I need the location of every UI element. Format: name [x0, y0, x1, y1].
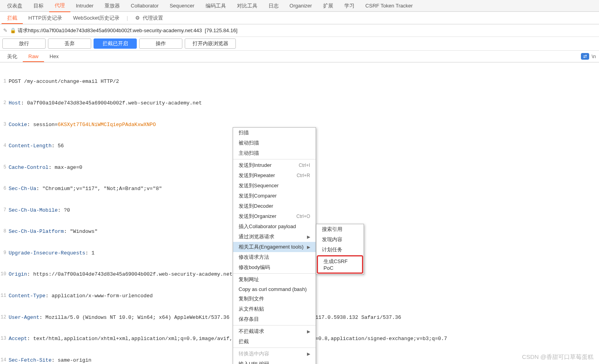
request-url-bar: ✎ 🔒 请求https://0a7f00a104de743d83e45a6900… [0, 24, 599, 37]
separator: | [125, 15, 129, 21]
menu-item[interactable]: 被动扫描 [233, 138, 316, 148]
shortcut-label: Ctrl+O [296, 214, 310, 219]
engagement-tools-submenu[interactable]: 搜索引用发现内容计划任务生成CSRF PoC [316, 224, 364, 274]
editor-toolbar-right: ⇄ \n [581, 53, 596, 60]
menu-item[interactable]: 修改请求方法 [233, 252, 316, 262]
top-tab-对比工具[interactable]: 对比工具 [232, 0, 263, 12]
menu-item-label: 修改请求方法 [239, 254, 269, 261]
menu-item[interactable]: 不拦截请求▶ [233, 326, 316, 337]
toggle-icon[interactable]: ⇄ [581, 53, 589, 60]
menu-item-label: 发送到Organizer [239, 213, 276, 220]
shortcut-label: Ctrl+R [297, 173, 310, 178]
pencil-icon[interactable]: ✎ [3, 27, 7, 33]
menu-item-label: Copy as curl command (bash) [239, 286, 307, 292]
submenu-arrow-icon: ▶ [307, 329, 310, 334]
submenu-item-0[interactable]: 搜索引用 [316, 224, 364, 234]
menu-item[interactable]: 发送到RepeaterCtrl+R [233, 170, 316, 181]
menu-separator [233, 159, 316, 159]
menu-item-label: 保存条目 [239, 316, 259, 323]
view-tab-美化[interactable]: 美化 [2, 51, 23, 61]
top-tab-代理[interactable]: 代理 [49, 0, 70, 12]
proxy-settings-tab[interactable]: ⚙ 代理设置 [130, 12, 169, 24]
menu-item-label: 修改body编码 [239, 264, 270, 271]
submenu-arrow-icon: ▶ [307, 245, 310, 250]
menu-item[interactable]: 发送到Sequencer [233, 181, 316, 191]
menu-separator [233, 348, 316, 348]
open-browser-button[interactable]: 打开内嵌浏览器 [185, 38, 236, 49]
menu-item-label: 发送到Sequencer [239, 182, 279, 189]
menu-separator [233, 273, 316, 274]
menu-item[interactable]: 输入URL编码 [233, 359, 316, 364]
menu-item[interactable]: 相关工具(Engagement tools)▶ [233, 242, 316, 252]
intercept-toggle-button[interactable]: 拦截已开启 [94, 38, 137, 49]
menu-item[interactable]: Copy as curl command (bash) [233, 285, 316, 294]
sub-tab-2[interactable]: WebSocket历史记录 [68, 13, 125, 23]
menu-item[interactable]: 插入Collaborator payload [233, 221, 316, 232]
sub-tab-bar: 拦截HTTP历史记录WebSocket历史记录 | ⚙ 代理设置 [0, 12, 599, 24]
menu-item[interactable]: 拦截 [233, 337, 316, 347]
sub-tab-0[interactable]: 拦截 [2, 13, 23, 24]
top-tab-organizer[interactable]: Organizer [284, 0, 318, 11]
proxy-settings-label: 代理设置 [143, 15, 163, 21]
action-bar: 放行 丢弃 拦截已开启 操作 打开内嵌浏览器 [0, 37, 599, 51]
menu-item-label: 从文件粘贴 [239, 305, 264, 313]
menu-separator [233, 325, 316, 326]
top-tab-intruder[interactable]: Intruder [70, 0, 99, 11]
menu-item-label: 发送到Decoder [239, 203, 273, 210]
menu-item[interactable]: 修改body编码 [233, 262, 316, 273]
action-button[interactable]: 操作 [139, 38, 182, 49]
view-tab-bar: 美化RawHex ⇄ \n [0, 51, 599, 62]
menu-item-label: 通过浏览器请求 [239, 233, 274, 240]
menu-item-label: 主动扫描 [239, 150, 259, 157]
menu-item[interactable]: 从文件粘贴 [233, 304, 316, 314]
request-url-text: 请求https://0a7f00a104de743d83e45a69004b00… [18, 27, 237, 34]
gear-icon: ⚙ [135, 15, 140, 21]
submenu-item-3[interactable]: 生成CSRF PoC [317, 255, 363, 274]
context-menu[interactable]: 扫描被动扫描主动扫描发送到IntruderCtrl+I发送到RepeaterCt… [233, 127, 316, 364]
menu-item[interactable]: 扫描 [233, 128, 316, 138]
top-tab-仪表盘[interactable]: 仪表盘 [2, 0, 28, 12]
menu-item[interactable]: 通过浏览器请求▶ [233, 232, 316, 242]
menu-item[interactable]: 主动扫描 [233, 148, 316, 158]
forward-button[interactable]: 放行 [2, 38, 46, 49]
menu-item[interactable]: 发送到Comparer [233, 191, 316, 201]
menu-item-label: 转换选中内容 [239, 350, 269, 357]
menu-item-label: 发送到Intruder [239, 162, 272, 169]
menu-item-label: 被动扫描 [239, 139, 259, 146]
menu-item-label: 插入Collaborator payload [239, 223, 296, 230]
top-tab-编码工具[interactable]: 编码工具 [200, 0, 232, 12]
menu-item-label: 发送到Comparer [239, 192, 277, 199]
newline-indicator: \n [592, 53, 596, 59]
menu-item-label: 扫描 [239, 129, 249, 136]
shortcut-label: Ctrl+I [299, 163, 310, 168]
menu-item-label: 复制到文件 [239, 295, 264, 302]
top-tab-重放器[interactable]: 重放器 [99, 0, 125, 12]
menu-item[interactable]: 复制到文件 [233, 294, 316, 304]
top-tab-学习[interactable]: 学习 [339, 0, 360, 12]
menu-item: 转换选中内容▶ [233, 349, 316, 359]
menu-item[interactable]: 发送到Decoder [233, 201, 316, 211]
menu-item[interactable]: 保存条目 [233, 314, 316, 324]
top-tab-csrf token tracker[interactable]: CSRF Token Tracker [360, 0, 418, 11]
drop-button[interactable]: 丢弃 [48, 38, 91, 49]
menu-item-label: 不拦截请求 [239, 328, 264, 335]
submenu-arrow-icon: ▶ [307, 234, 310, 240]
submenu-item-2[interactable]: 计划任务 [316, 245, 364, 255]
sub-tab-1[interactable]: HTTP历史记录 [23, 13, 68, 23]
top-tab-bar: 仪表盘目标代理Intruder重放器CollaboratorSequencer编… [0, 0, 599, 12]
top-tab-sequencer[interactable]: Sequencer [164, 0, 200, 11]
menu-item-label: 输入URL编码 [239, 360, 269, 364]
view-tab-hex[interactable]: Hex [44, 51, 64, 61]
top-tab-目标[interactable]: 目标 [28, 0, 49, 12]
menu-item[interactable]: 发送到IntruderCtrl+I [233, 160, 316, 170]
submenu-item-1[interactable]: 发现内容 [316, 234, 364, 245]
top-tab-日志[interactable]: 日志 [263, 0, 284, 12]
menu-item-label: 相关工具(Engagement tools) [239, 243, 303, 251]
view-tab-raw[interactable]: Raw [23, 51, 44, 62]
lock-icon: 🔒 [10, 27, 16, 33]
top-tab-扩展[interactable]: 扩展 [318, 0, 339, 12]
menu-item[interactable]: 发送到OrganizerCtrl+O [233, 211, 316, 221]
menu-item[interactable]: 复制网址 [233, 274, 316, 285]
top-tab-collaborator[interactable]: Collaborator [125, 0, 164, 11]
menu-item-label: 拦截 [239, 338, 249, 345]
